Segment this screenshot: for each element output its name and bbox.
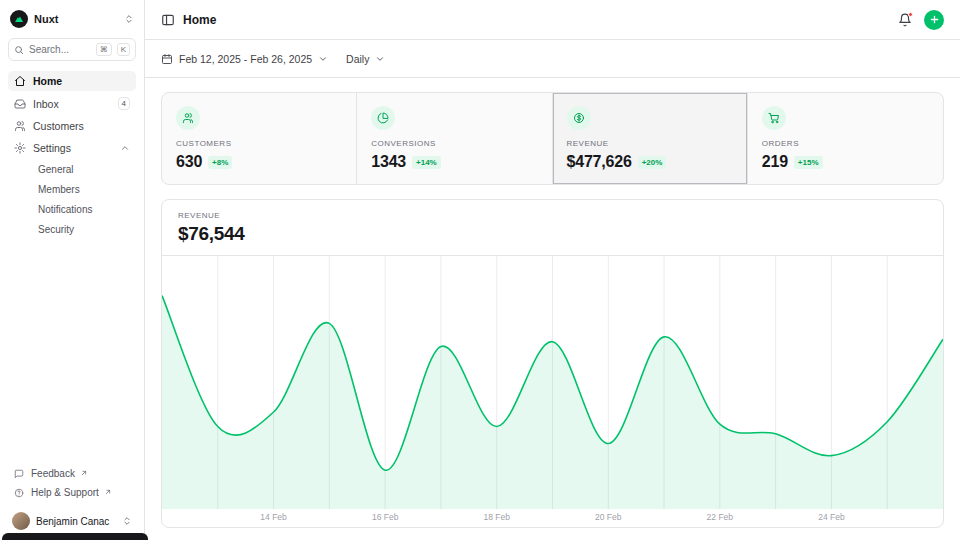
sidebar-item-label: Settings <box>33 142 113 154</box>
stat-label: REVENUE <box>567 139 733 148</box>
x-axis-labels: 14 Feb16 Feb18 Feb20 Feb22 Feb24 Feb <box>162 512 943 524</box>
interval-value: Daily <box>346 53 369 65</box>
users-icon <box>176 106 200 130</box>
date-range-picker[interactable]: Feb 12, 2025 - Feb 26, 2025 <box>161 53 328 65</box>
stat-label: ORDERS <box>762 139 929 148</box>
sidebar-item-customers[interactable]: Customers <box>8 116 136 136</box>
sidebar-item-label: Home <box>33 75 130 87</box>
search-input[interactable]: Search... ⌘ K <box>8 38 136 61</box>
sidebar-subitem-general[interactable]: General <box>8 160 136 178</box>
workspace-name: Nuxt <box>34 13 118 25</box>
chevron-up-icon <box>120 143 130 153</box>
stat-card-customers[interactable]: CUSTOMERS 630 +8% <box>162 93 357 184</box>
sidebar-item-inbox[interactable]: Inbox 4 <box>8 93 136 114</box>
calendar-icon <box>161 53 173 65</box>
chevrons-up-down-icon <box>122 516 132 526</box>
stat-value: 219 <box>762 153 788 171</box>
footer-item-label: Help & Support <box>31 487 99 498</box>
chevron-down-icon <box>375 54 385 64</box>
external-link-icon <box>104 488 112 496</box>
external-link-icon <box>80 469 88 477</box>
users-icon <box>14 120 26 132</box>
sidebar-subitem-notifications[interactable]: Notifications <box>8 200 136 218</box>
stat-delta-badge: +20% <box>638 156 667 169</box>
x-tick-label: 14 Feb <box>260 512 286 522</box>
sidebar-item-label: Inbox <box>33 98 111 110</box>
stat-card-orders[interactable]: ORDERS 219 +15% <box>748 93 943 184</box>
stat-delta-badge: +15% <box>794 156 823 169</box>
app-window: Nuxt Search... ⌘ K Home <box>0 0 960 540</box>
page-title: Home <box>183 13 216 27</box>
chart-header: REVENUE $76,544 <box>162 200 943 256</box>
stat-card-conversions[interactable]: CONVERSIONS 1343 +14% <box>357 93 552 184</box>
sidebar-subitem-security[interactable]: Security <box>8 220 136 238</box>
search-placeholder: Search... <box>29 44 91 55</box>
search-icon <box>14 45 24 55</box>
chevron-down-icon <box>318 54 328 64</box>
message-icon <box>14 469 24 479</box>
sidebar-footer: Feedback Help & Support <box>8 465 136 507</box>
help-support-link[interactable]: Help & Support <box>8 484 136 501</box>
page-content: CUSTOMERS 630 +8% CONVERSIONS 1343 +14% <box>145 78 960 540</box>
stat-delta-badge: +14% <box>412 156 441 169</box>
chevrons-up-down-icon <box>124 14 134 24</box>
shopping-cart-icon <box>762 106 786 130</box>
footer-item-label: Feedback <box>31 468 75 479</box>
feedback-link[interactable]: Feedback <box>8 465 136 482</box>
stats-row: CUSTOMERS 630 +8% CONVERSIONS 1343 +14% <box>161 92 944 185</box>
x-tick-label: 16 Feb <box>372 512 398 522</box>
x-tick-label: 22 Feb <box>707 512 733 522</box>
main-panel: Home Feb 12, 2025 - Feb 26, 2025 <box>145 0 960 540</box>
home-icon <box>14 75 26 87</box>
sidebar-subitem-members[interactable]: Members <box>8 180 136 198</box>
gear-icon <box>14 142 26 154</box>
add-button[interactable] <box>924 10 944 30</box>
filters-toolbar: Feb 12, 2025 - Feb 26, 2025 Daily <box>145 40 960 78</box>
user-menu[interactable]: Benjamin Canac <box>8 507 136 532</box>
nuxt-logo-icon <box>10 10 28 28</box>
sidebar-item-settings[interactable]: Settings <box>8 138 136 158</box>
user-name: Benjamin Canac <box>36 516 116 527</box>
circle-dollar-icon <box>567 106 591 130</box>
notifications-button[interactable] <box>898 13 912 27</box>
avatar <box>12 512 30 530</box>
stat-label: CUSTOMERS <box>176 139 342 148</box>
help-circle-icon <box>14 488 24 498</box>
revenue-chart <box>162 256 943 509</box>
sidebar-item-home[interactable]: Home <box>8 71 136 91</box>
kbd-cmd: ⌘ <box>96 43 112 56</box>
inbox-icon <box>14 98 26 110</box>
stat-value: 630 <box>176 153 202 171</box>
sidebar-item-label: Customers <box>33 120 130 132</box>
workspace-switcher[interactable]: Nuxt <box>8 8 136 38</box>
date-range-value: Feb 12, 2025 - Feb 26, 2025 <box>179 53 312 65</box>
interval-select[interactable]: Daily <box>346 53 385 65</box>
stat-value: 1343 <box>371 153 406 171</box>
chart-metric-value: $76,544 <box>178 223 927 245</box>
x-tick-label: 20 Feb <box>595 512 621 522</box>
chart-metric-label: REVENUE <box>178 211 927 220</box>
stat-value: $477,626 <box>567 153 632 171</box>
chart-pie-icon <box>371 106 395 130</box>
chart-plot-area[interactable]: 14 Feb16 Feb18 Feb20 Feb22 Feb24 Feb <box>162 256 943 527</box>
panel-left-icon[interactable] <box>161 13 175 27</box>
inbox-count-badge: 4 <box>118 97 130 110</box>
page-header: Home <box>145 0 960 40</box>
stat-card-revenue[interactable]: REVENUE $477,626 +20% <box>553 93 748 184</box>
kbd-k: K <box>117 43 130 56</box>
stat-label: CONVERSIONS <box>371 139 537 148</box>
sidebar: Nuxt Search... ⌘ K Home <box>0 0 145 540</box>
stat-delta-badge: +8% <box>208 156 232 169</box>
sidebar-nav: Home Inbox 4 Customers Settings <box>8 71 136 465</box>
x-tick-label: 18 Feb <box>483 512 509 522</box>
x-tick-label: 24 Feb <box>818 512 844 522</box>
cutoff-popover-edge <box>2 533 148 540</box>
header-actions <box>898 10 944 30</box>
notification-dot <box>908 12 913 17</box>
revenue-chart-card: REVENUE $76,544 14 Feb16 Feb18 Feb20 Feb… <box>161 199 944 528</box>
